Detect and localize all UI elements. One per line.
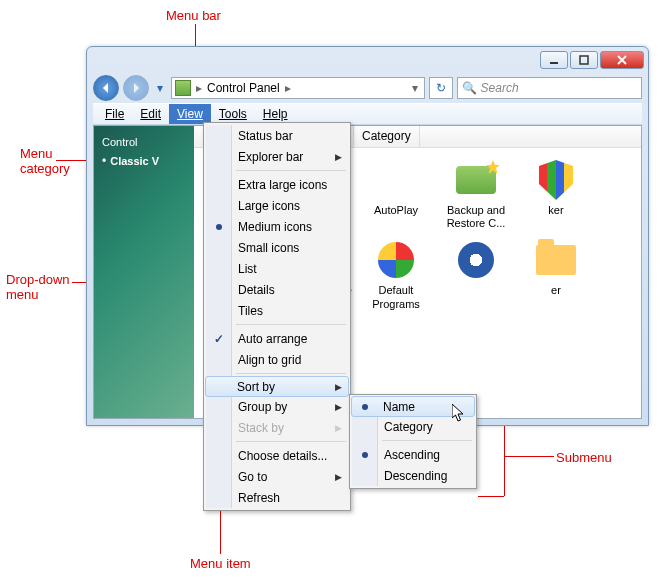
submenu-item-ascending[interactable]: Ascending [352,444,474,465]
annotation-menuitem: Menu item [190,556,251,571]
submenu-arrow-icon: ▶ [335,402,342,412]
submenu-arrow-icon: ▶ [335,423,342,433]
client-area: Control •Classic V Name Category are Adm… [93,125,642,419]
nav-history-dropdown[interactable]: ▾ [153,78,167,98]
breadcrumb-separator-icon: ▸ [194,81,204,95]
menu-item-micons[interactable]: Medium icons [206,216,348,237]
default-programs-icon [378,242,414,278]
menu-edit[interactable]: Edit [132,104,169,124]
list-item[interactable]: AutoPlay [358,158,434,230]
menu-separator [382,440,472,441]
menu-separator [236,170,346,171]
menu-item-licons[interactable]: Large icons [206,195,348,216]
annotation-submenu: Submenu [556,450,612,465]
search-placeholder: Search [481,81,519,95]
submenu-arrow-icon: ▶ [335,382,342,392]
menu-item-stackby: Stack by▶ [206,417,348,438]
shield-icon [539,160,573,200]
menu-item-list[interactable]: List [206,258,348,279]
minimize-button[interactable] [540,51,568,69]
annotation-menubar: Menu bar [166,8,221,23]
radio-selected-icon [212,220,226,234]
address-dropdown-icon[interactable]: ▾ [409,81,421,95]
menu-view[interactable]: View [169,104,211,124]
menu-item-xlicons[interactable]: Extra large icons [206,174,348,195]
menu-separator [236,441,346,442]
sidebar-current-view[interactable]: •Classic V [102,154,186,168]
menu-item-sortby[interactable]: Sort by▶ [205,376,349,397]
breadcrumb-separator-icon[interactable]: ▸ [283,81,293,95]
menu-item-sicons[interactable]: Small icons [206,237,348,258]
menu-item-statusbar[interactable]: Status bar [206,125,348,146]
menu-item-tiles[interactable]: Tiles [206,300,348,321]
forward-button[interactable] [123,75,149,101]
search-icon: 🔍 [462,81,477,95]
annotation-line [504,456,554,457]
refresh-button[interactable]: ↻ [429,77,453,99]
radio-selected-icon [358,400,372,414]
menu-tools[interactable]: Tools [211,104,255,124]
menu-help[interactable]: Help [255,104,296,124]
annotation-line [220,510,221,554]
address-field[interactable]: ▸ Control Panel ▸ ▾ [171,77,425,99]
back-button[interactable] [93,75,119,101]
address-bar: ▾ ▸ Control Panel ▸ ▾ ↻ 🔍 Search [93,73,642,103]
submenu-arrow-icon: ▶ [335,152,342,162]
submenu-arrow-icon: ▶ [335,472,342,482]
menu-item-details[interactable]: Details [206,279,348,300]
menu-separator [236,373,346,374]
menu-item-choosedetails[interactable]: Choose details... [206,445,348,466]
svg-rect-0 [550,62,558,64]
list-item[interactable]: Backup and Restore C... [438,158,514,230]
column-category[interactable]: Category [354,126,420,147]
search-input[interactable]: 🔍 Search [457,77,642,99]
annotation-dropdown: Drop-down menu [6,272,70,302]
mouse-cursor-icon [452,404,468,424]
annotation-line [478,496,504,497]
radio-selected-icon [358,448,372,462]
list-item[interactable]: Default Programs [358,238,434,310]
sidebar: Control •Classic V [94,126,194,418]
menu-item-explorerbar[interactable]: Explorer bar▶ [206,146,348,167]
menu-item-goto[interactable]: Go to▶ [206,466,348,487]
backup-icon [456,166,496,194]
menu-item-aligngrid[interactable]: Align to grid [206,349,348,370]
menu-file[interactable]: File [97,104,132,124]
address-location: Control Panel [207,81,280,95]
list-item[interactable]: ker [518,158,594,230]
sidebar-heading: Control [102,136,186,148]
maximize-button[interactable] [570,51,598,69]
explorer-window: ▾ ▸ Control Panel ▸ ▾ ↻ 🔍 Search File Ed… [86,46,649,426]
gear-icon [458,242,494,278]
menu-separator [236,324,346,325]
control-panel-icon [175,80,191,96]
menu-item-refresh[interactable]: Refresh [206,487,348,508]
annotation-menucategory: Menu category [20,146,70,176]
close-button[interactable] [600,51,644,69]
view-dropdown-menu: Status bar Explorer bar▶ Extra large ico… [203,122,351,511]
submenu-item-descending[interactable]: Descending [352,465,474,486]
menu-item-autoarrange[interactable]: ✓Auto arrange [206,328,348,349]
folder-icon [536,245,576,275]
autoplay-icon [378,162,414,198]
menu-bar: File Edit View Tools Help [93,103,642,125]
menu-item-groupby[interactable]: Group by▶ [206,396,348,417]
check-icon: ✓ [212,332,226,346]
list-item[interactable] [438,238,514,310]
svg-rect-1 [580,56,588,64]
list-item[interactable]: er [518,238,594,310]
titlebar [87,47,648,73]
